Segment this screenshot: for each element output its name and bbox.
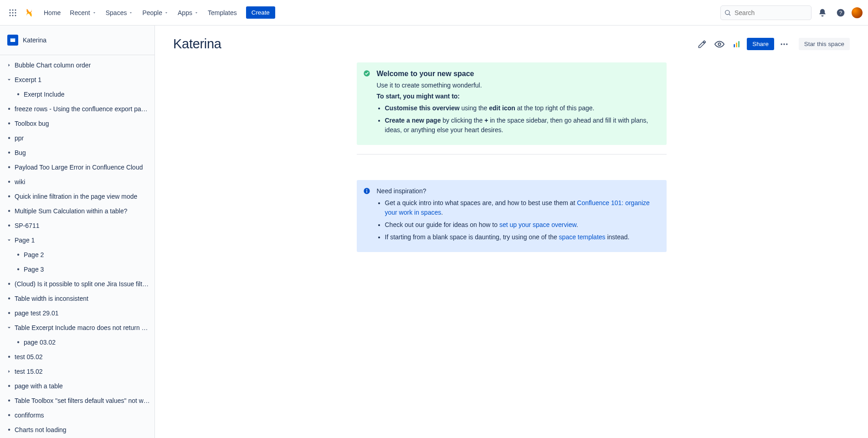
sidebar: Katerina Bubble Chart column orderExcerp… <box>0 26 155 438</box>
tree-item[interactable]: •Page 3 <box>0 262 154 277</box>
page-tree[interactable]: Bubble Chart column orderExcerpt 1•Exerp… <box>0 55 154 438</box>
tree-item-label: page test 29.01 <box>15 309 59 317</box>
tree-item-label: confiforms <box>15 412 44 419</box>
tree-item[interactable]: •freeze rows - Using the confluence expo… <box>0 102 154 116</box>
tree-item[interactable]: •ppr <box>0 131 154 145</box>
nav-recent[interactable]: Recent <box>66 7 100 18</box>
inspiration-list: Get a quick intro into what spaces are, … <box>385 198 659 242</box>
chevron-down-icon[interactable] <box>4 77 15 82</box>
bullet-icon: • <box>4 309 15 317</box>
nav-label: Apps <box>178 9 192 16</box>
tree-item[interactable]: •Quick inline filtration in the page vie… <box>0 189 154 204</box>
tree-item[interactable]: •Page 2 <box>0 247 154 262</box>
svg-text:?: ? <box>839 10 842 15</box>
tree-item-label: (Cloud) Is it possible to split one Jira… <box>15 280 151 288</box>
tree-item[interactable]: test 15.02 <box>0 364 154 379</box>
analytics-icon[interactable] <box>729 37 744 52</box>
link-space-templates[interactable]: space templates <box>559 233 606 241</box>
svg-point-3 <box>10 12 11 13</box>
space-header[interactable]: Katerina <box>0 26 154 55</box>
tree-item-label: Quick inline filtration in the page view… <box>15 193 137 200</box>
tree-item-label: Page 1 <box>15 237 35 244</box>
tree-item[interactable]: •Payload Too Large Error in Confluence C… <box>0 160 154 175</box>
app-switcher-icon[interactable] <box>5 5 20 20</box>
tree-item-label: Excerpt 1 <box>15 76 41 83</box>
svg-point-21 <box>786 43 787 45</box>
tree-item[interactable]: •Charts not loading <box>0 423 154 437</box>
nav-spaces[interactable]: Spaces <box>102 7 137 18</box>
chevron-down-icon[interactable] <box>4 237 15 243</box>
tree-item-label: Table Toolbox "set filters default value… <box>15 397 151 404</box>
tree-item-label: wiki <box>15 178 25 186</box>
tree-item[interactable]: •wiki <box>0 175 154 189</box>
share-button[interactable]: Share <box>747 38 774 50</box>
main-content: Katerina Share Star this space <box>155 26 868 438</box>
bullet-icon: • <box>4 207 15 215</box>
product-logo-icon[interactable] <box>24 7 35 18</box>
chevron-right-icon[interactable] <box>4 369 15 374</box>
tree-item[interactable]: •Bug <box>0 145 154 160</box>
bullet-icon: • <box>4 412 15 419</box>
page-title: Katerina <box>173 36 221 52</box>
welcome-item: Customise this overview using the edit i… <box>385 103 659 113</box>
tree-item[interactable]: Bubble Chart column order <box>0 58 154 72</box>
star-space-button[interactable]: Star this space <box>799 38 850 50</box>
tree-item[interactable]: •confiforms <box>0 408 154 423</box>
inspiration-title: Need inspiration? <box>377 187 659 195</box>
svg-rect-18 <box>739 41 740 47</box>
bullet-icon: • <box>13 251 24 258</box>
tree-item[interactable]: •SP-6711 <box>0 218 154 233</box>
chevron-down-icon[interactable] <box>4 325 15 330</box>
tree-item[interactable]: •Exerpt Include <box>0 87 154 102</box>
nav-apps[interactable]: Apps <box>174 7 202 18</box>
tree-item[interactable]: •Table width is inconsistent <box>0 291 154 306</box>
tree-item[interactable]: •Toolbox bug <box>0 116 154 131</box>
tree-item[interactable]: Table Excerpt Include macro does not ret… <box>0 320 154 335</box>
more-actions-icon[interactable] <box>777 37 791 52</box>
nav-people[interactable]: People <box>139 7 172 18</box>
tree-item[interactable]: Excerpt 1 <box>0 72 154 87</box>
nav-label: Spaces <box>106 9 127 16</box>
search-icon <box>724 9 731 16</box>
chevron-right-icon[interactable] <box>4 62 15 68</box>
bullet-icon: • <box>4 105 15 113</box>
tree-item[interactable]: •Multiple Sum Calculation within a table… <box>0 204 154 218</box>
tree-item-label: Toolbox bug <box>15 120 49 127</box>
page-actions: Share Star this space <box>695 37 850 52</box>
page-header: Katerina Share Star this space <box>155 26 868 52</box>
search-input[interactable] <box>720 5 812 20</box>
welcome-subtitle: Use it to create something wonderful. <box>377 82 659 89</box>
svg-point-15 <box>719 43 721 46</box>
svg-rect-17 <box>736 42 738 47</box>
bullet-icon: • <box>4 426 15 433</box>
svg-rect-14 <box>10 38 15 39</box>
tree-item[interactable]: •(Cloud) Is it possible to split one Jir… <box>0 277 154 291</box>
nav-label: People <box>142 9 162 16</box>
tree-item[interactable]: •Table Toolbox "set filters default valu… <box>0 393 154 408</box>
tree-item[interactable]: •test 05.02 <box>0 350 154 364</box>
tree-item-label: page 03.02 <box>24 339 56 346</box>
welcome-panel: Welcome to your new space Use it to crea… <box>357 62 667 145</box>
watch-icon[interactable] <box>712 37 727 52</box>
nav-home[interactable]: Home <box>40 7 64 18</box>
svg-point-5 <box>15 12 16 13</box>
inspiration-item: If starting from a blank space is daunti… <box>385 232 659 242</box>
tree-item-label: Page 3 <box>24 266 44 273</box>
edit-icon[interactable] <box>695 37 709 52</box>
nav-templates[interactable]: Templates <box>204 7 241 18</box>
top-nav-left: Home Recent Spaces People Apps Templates… <box>5 5 275 20</box>
svg-point-7 <box>12 15 14 16</box>
notifications-icon[interactable] <box>815 5 830 20</box>
tree-item-label: test 05.02 <box>15 353 43 361</box>
profile-avatar[interactable] <box>852 7 863 18</box>
tree-item[interactable]: •page 03.02 <box>0 335 154 350</box>
tree-item[interactable]: Page 1 <box>0 233 154 247</box>
link-space-overview[interactable]: set up your space overview <box>499 221 576 228</box>
tree-item[interactable]: •page test 29.01 <box>0 306 154 320</box>
create-button[interactable]: Create <box>246 6 275 19</box>
svg-rect-25 <box>366 191 367 193</box>
content-column: Welcome to your new space Use it to crea… <box>339 62 685 252</box>
tree-item-label: test 15.02 <box>15 368 43 375</box>
tree-item[interactable]: •page with a table <box>0 379 154 393</box>
help-icon[interactable]: ? <box>833 5 848 20</box>
